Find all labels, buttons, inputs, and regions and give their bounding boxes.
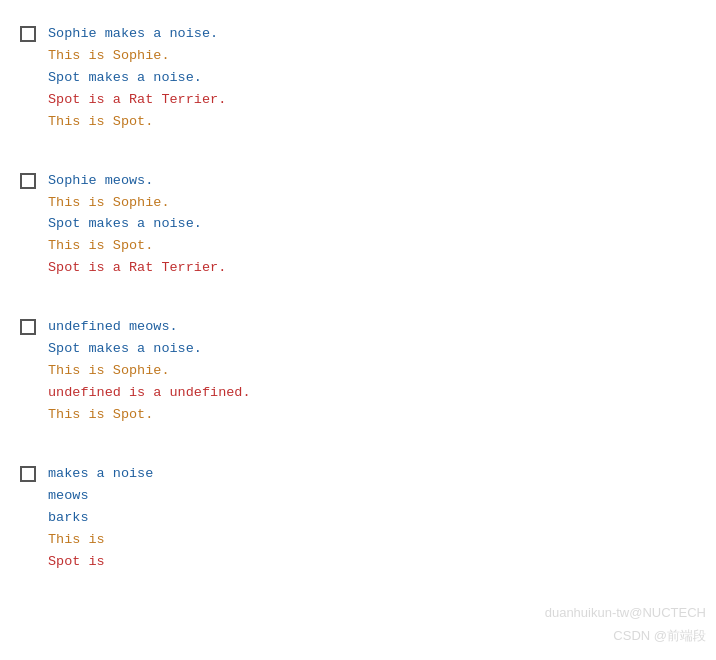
code-line-4-4: This is — [48, 530, 153, 551]
code-lines-2: Sophie meows.This is Sophie.Spot makes a… — [48, 171, 226, 280]
code-line-2-2: This is Sophie. — [48, 193, 226, 214]
code-line-3-1: undefined meows. — [48, 317, 251, 338]
options-container: Sophie makes a noise.This is Sophie.Spot… — [0, 10, 716, 586]
option-block-3: undefined meows.Spot makes a noise.This … — [0, 303, 716, 440]
code-lines-4: makes a noisemeowsbarksThis isSpot is — [48, 464, 153, 573]
option-block-4: makes a noisemeowsbarksThis isSpot is — [0, 450, 716, 587]
option-block-1: Sophie makes a noise.This is Sophie.Spot… — [0, 10, 716, 147]
checkbox-inner-4[interactable] — [20, 466, 36, 482]
code-lines-1: Sophie makes a noise.This is Sophie.Spot… — [48, 24, 226, 133]
code-line-4-3: barks — [48, 508, 153, 529]
code-line-1-2: This is Sophie. — [48, 46, 226, 67]
code-lines-3: undefined meows.Spot makes a noise.This … — [48, 317, 251, 426]
code-line-1-4: Spot is a Rat Terrier. — [48, 90, 226, 111]
code-line-3-5: This is Spot. — [48, 405, 251, 426]
code-line-2-3: Spot makes a noise. — [48, 214, 226, 235]
code-line-2-5: Spot is a Rat Terrier. — [48, 258, 226, 279]
code-line-3-4: undefined is a undefined. — [48, 383, 251, 404]
code-line-2-4: This is Spot. — [48, 236, 226, 257]
checkbox-3[interactable] — [20, 319, 36, 339]
option-block-2: Sophie meows.This is Sophie.Spot makes a… — [0, 157, 716, 294]
code-line-3-2: Spot makes a noise. — [48, 339, 251, 360]
checkbox-inner-3[interactable] — [20, 319, 36, 335]
watermark1: duanhuikun-tw@NUCTECH — [545, 605, 706, 606]
code-line-4-5: Spot is — [48, 552, 153, 573]
checkbox-4[interactable] — [20, 466, 36, 486]
checkbox-2[interactable] — [20, 173, 36, 193]
checkbox-inner-1[interactable] — [20, 26, 36, 42]
code-line-2-1: Sophie meows. — [48, 171, 226, 192]
code-line-3-3: This is Sophie. — [48, 361, 251, 382]
code-line-1-3: Spot makes a noise. — [48, 68, 226, 89]
code-line-4-2: meows — [48, 486, 153, 507]
checkbox-inner-2[interactable] — [20, 173, 36, 189]
code-line-4-1: makes a noise — [48, 464, 153, 485]
checkbox-1[interactable] — [20, 26, 36, 46]
code-line-1-5: This is Spot. — [48, 112, 226, 133]
code-line-1-1: Sophie makes a noise. — [48, 24, 226, 45]
